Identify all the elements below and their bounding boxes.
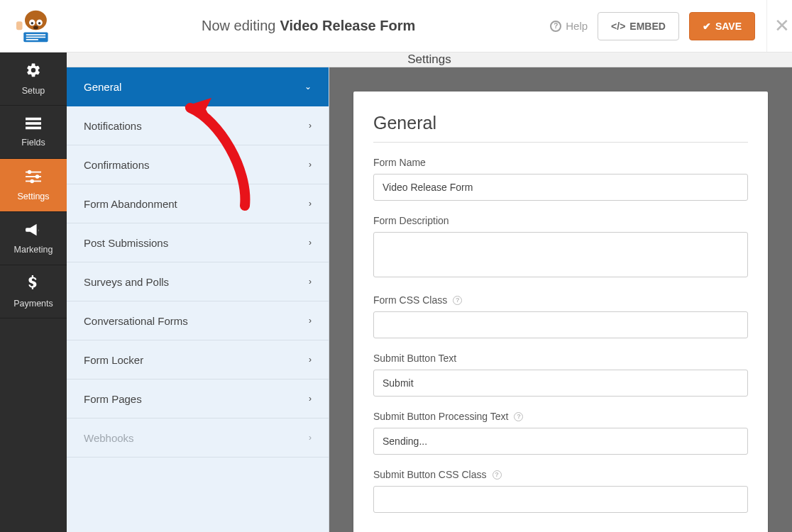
field-label: Form CSS Class ?: [373, 294, 748, 306]
embed-button-label: EMBED: [629, 21, 666, 32]
svg-rect-9: [26, 39, 38, 40]
sliders-icon: [26, 170, 41, 187]
help-link[interactable]: ? Help: [550, 20, 588, 32]
code-icon: </>: [611, 21, 625, 32]
nav-item-label: Payments: [13, 299, 53, 309]
header-actions: ? Help </> EMBED ✔ SAVE: [550, 12, 766, 40]
left-nav: Setup Fields Settings Marketing Payments: [0, 52, 67, 532]
nav-item-settings[interactable]: Settings: [0, 159, 67, 212]
settings-row-label: Webhooks: [84, 432, 134, 444]
svg-point-2: [31, 22, 33, 24]
settings-row-form-abandonment[interactable]: Form Abandonment ›: [67, 184, 329, 223]
settings-row-notifications[interactable]: Notifications ›: [67, 106, 329, 145]
nav-item-payments[interactable]: Payments: [0, 265, 67, 318]
settings-row-label: Form Locker: [84, 354, 143, 366]
chevron-right-icon: ›: [309, 277, 312, 287]
settings-row-post-submissions[interactable]: Post Submissions ›: [67, 223, 329, 262]
header: Now editing Video Release Form ? Help </…: [0, 0, 792, 52]
field-form-description: Form Description: [373, 215, 748, 280]
settings-row-conversational-forms[interactable]: Conversational Forms ›: [67, 301, 329, 340]
save-button[interactable]: ✔ SAVE: [689, 12, 755, 40]
embed-button[interactable]: </> EMBED: [598, 12, 679, 40]
nav-item-fields[interactable]: Fields: [0, 106, 67, 159]
help-icon: ?: [550, 21, 561, 32]
field-label: Form Description: [373, 215, 748, 226]
settings-row-surveys-polls[interactable]: Surveys and Polls ›: [67, 262, 329, 301]
settings-row-form-pages[interactable]: Form Pages ›: [67, 379, 329, 419]
svg-point-19: [30, 179, 34, 182]
field-label: Submit Button Processing Text ?: [373, 411, 748, 422]
chevron-right-icon: ›: [309, 316, 312, 326]
svg-point-15: [28, 170, 32, 174]
wpforms-logo-icon: [13, 9, 53, 43]
svg-rect-8: [26, 36, 45, 38]
form-description-input[interactable]: [373, 232, 748, 277]
field-label-text: Submit Button CSS Class: [373, 469, 487, 480]
gear-icon: [26, 62, 41, 82]
nav-item-setup[interactable]: Setup: [0, 52, 67, 106]
svg-rect-11: [26, 117, 41, 120]
settings-row-form-locker[interactable]: Form Locker ›: [67, 340, 329, 379]
settings-row-label: Confirmations: [84, 159, 150, 171]
settings-list: General ⌄ Notifications › Confirmations …: [67, 67, 329, 532]
save-button-label: SAVE: [715, 21, 742, 32]
form-name-input[interactable]: [373, 174, 748, 201]
field-form-css-class: Form CSS Class ?: [373, 294, 748, 338]
chevron-right-icon: ›: [309, 121, 312, 131]
settings-row-label: Notifications: [84, 120, 142, 132]
settings-row-label: Form Abandonment: [84, 198, 177, 210]
svg-rect-10: [16, 21, 23, 30]
chevron-right-icon: ›: [309, 199, 312, 209]
field-submit-button-processing: Submit Button Processing Text ?: [373, 411, 748, 455]
svg-point-5: [33, 26, 38, 29]
field-label: Form Name: [373, 157, 748, 168]
logo: [0, 0, 67, 52]
now-editing-label: Now editing: [202, 18, 276, 34]
help-icon[interactable]: ?: [453, 296, 462, 305]
form-css-class-input[interactable]: [373, 311, 748, 338]
submit-button-css-class-input[interactable]: [373, 486, 748, 513]
settings-row-general[interactable]: General ⌄: [67, 67, 329, 106]
help-icon[interactable]: ?: [514, 412, 523, 421]
help-link-label: Help: [566, 20, 588, 32]
field-submit-button-text: Submit Button Text: [373, 353, 748, 397]
chevron-right-icon: ›: [309, 238, 312, 248]
header-title-area: Now editing Video Release Form: [67, 18, 550, 34]
list-icon: [26, 117, 41, 133]
nav-item-label: Settings: [17, 192, 49, 201]
check-icon: ✔: [703, 21, 711, 32]
nav-item-label: Marketing: [14, 245, 53, 255]
submit-button-processing-input[interactable]: [373, 428, 748, 455]
settings-row-label: Conversational Forms: [84, 315, 188, 327]
settings-row-label: Post Submissions: [84, 237, 168, 249]
field-label-text: Submit Button Processing Text: [373, 411, 508, 422]
field-submit-button-css-class: Submit Button CSS Class ?: [373, 469, 748, 513]
panel-title: General: [373, 113, 748, 143]
settings-row-webhooks[interactable]: Webhooks ›: [67, 419, 329, 458]
svg-rect-7: [26, 34, 45, 35]
panel-wrap: General Form Name Form Description Form …: [329, 67, 792, 532]
field-label: Submit Button Text: [373, 353, 748, 364]
close-button[interactable]: ✕: [766, 0, 792, 52]
svg-rect-12: [26, 122, 41, 125]
submit-button-text-input[interactable]: [373, 370, 748, 397]
dollar-icon: [28, 275, 38, 294]
chevron-right-icon: ›: [309, 433, 312, 443]
svg-rect-13: [26, 126, 41, 129]
chevron-down-icon: ⌄: [304, 82, 312, 92]
settings-row-confirmations[interactable]: Confirmations ›: [67, 145, 329, 184]
field-label-text: Form CSS Class: [373, 294, 447, 306]
field-label: Submit Button CSS Class ?: [373, 469, 748, 480]
chevron-right-icon: ›: [309, 394, 312, 404]
field-form-name: Form Name: [373, 157, 748, 201]
help-icon[interactable]: ?: [493, 470, 502, 480]
chevron-right-icon: ›: [309, 160, 312, 170]
settings-row-label: Form Pages: [84, 393, 142, 405]
chevron-right-icon: ›: [309, 355, 312, 365]
settings-row-label: General: [84, 81, 121, 93]
general-panel: General Form Name Form Description Form …: [353, 92, 768, 532]
settings-row-label: Surveys and Polls: [84, 276, 169, 288]
nav-item-marketing[interactable]: Marketing: [0, 212, 67, 265]
svg-point-4: [38, 22, 40, 24]
megaphone-icon: [26, 223, 41, 240]
